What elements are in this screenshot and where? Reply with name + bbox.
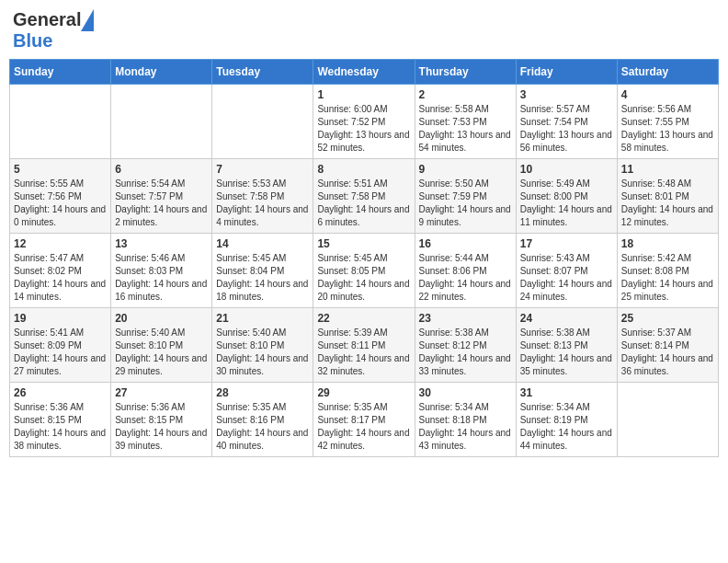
day-info: Sunrise: 5:45 AM Sunset: 8:05 PM Dayligh…: [317, 252, 410, 304]
day-info: Sunrise: 5:50 AM Sunset: 7:59 PM Dayligh…: [419, 178, 512, 229]
day-header-monday: Monday: [111, 60, 212, 85]
day-info: Sunrise: 5:55 AM Sunset: 7:56 PM Dayligh…: [14, 178, 107, 229]
calendar-table: SundayMondayTuesdayWednesdayThursdayFrid…: [9, 59, 719, 457]
day-info: Sunrise: 5:58 AM Sunset: 7:53 PM Dayligh…: [419, 103, 512, 155]
day-info: Sunrise: 5:42 AM Sunset: 8:08 PM Dayligh…: [621, 252, 714, 304]
day-info: Sunrise: 5:34 AM Sunset: 8:18 PM Dayligh…: [419, 401, 512, 453]
calendar-cell: [10, 85, 111, 159]
day-number: 14: [216, 237, 309, 250]
day-number: 17: [520, 237, 613, 250]
calendar-cell: 26Sunrise: 5:36 AM Sunset: 8:15 PM Dayli…: [10, 383, 111, 457]
calendar-cell: 10Sunrise: 5:49 AM Sunset: 8:00 PM Dayli…: [516, 159, 617, 234]
day-info: Sunrise: 5:47 AM Sunset: 8:02 PM Dayligh…: [14, 252, 107, 304]
day-number: 26: [14, 386, 107, 399]
day-number: 21: [216, 312, 309, 325]
day-header-sunday: Sunday: [10, 60, 111, 85]
calendar-cell: 8Sunrise: 5:51 AM Sunset: 7:58 PM Daylig…: [313, 159, 415, 234]
calendar-cell: 31Sunrise: 5:34 AM Sunset: 8:19 PM Dayli…: [516, 383, 617, 457]
day-info: Sunrise: 5:53 AM Sunset: 7:58 PM Dayligh…: [216, 178, 309, 229]
day-number: 27: [115, 386, 208, 399]
calendar-cell: 2Sunrise: 5:58 AM Sunset: 7:53 PM Daylig…: [415, 85, 516, 159]
calendar-cell: 23Sunrise: 5:38 AM Sunset: 8:12 PM Dayli…: [415, 308, 516, 383]
day-info: Sunrise: 5:37 AM Sunset: 8:14 PM Dayligh…: [621, 327, 714, 378]
day-info: Sunrise: 5:44 AM Sunset: 8:06 PM Dayligh…: [419, 252, 512, 304]
day-info: Sunrise: 5:57 AM Sunset: 7:54 PM Dayligh…: [520, 103, 613, 155]
day-number: 23: [419, 312, 512, 325]
day-header-tuesday: Tuesday: [212, 60, 313, 85]
day-info: Sunrise: 5:35 AM Sunset: 8:16 PM Dayligh…: [216, 401, 309, 453]
day-number: 16: [419, 237, 512, 250]
calendar-cell: 21Sunrise: 5:40 AM Sunset: 8:10 PM Dayli…: [212, 308, 313, 383]
day-info: Sunrise: 5:49 AM Sunset: 8:00 PM Dayligh…: [520, 178, 613, 229]
day-info: Sunrise: 5:45 AM Sunset: 8:04 PM Dayligh…: [216, 252, 309, 304]
day-number: 6: [115, 163, 208, 176]
day-info: Sunrise: 6:00 AM Sunset: 7:52 PM Dayligh…: [317, 103, 410, 155]
day-number: 2: [419, 88, 512, 101]
calendar-cell: 25Sunrise: 5:37 AM Sunset: 8:14 PM Dayli…: [617, 308, 718, 383]
day-number: 13: [115, 237, 208, 250]
day-header-wednesday: Wednesday: [313, 60, 415, 85]
day-number: 29: [317, 386, 410, 399]
day-info: Sunrise: 5:36 AM Sunset: 8:15 PM Dayligh…: [115, 401, 208, 453]
day-info: Sunrise: 5:51 AM Sunset: 7:58 PM Dayligh…: [317, 178, 410, 229]
calendar-cell: 28Sunrise: 5:35 AM Sunset: 8:16 PM Dayli…: [212, 383, 313, 457]
day-number: 15: [317, 237, 410, 250]
calendar-cell: 15Sunrise: 5:45 AM Sunset: 8:05 PM Dayli…: [313, 234, 415, 308]
day-number: 4: [621, 88, 714, 101]
calendar-cell: 3Sunrise: 5:57 AM Sunset: 7:54 PM Daylig…: [516, 85, 617, 159]
calendar-cell: 11Sunrise: 5:48 AM Sunset: 8:01 PM Dayli…: [617, 159, 718, 234]
day-header-friday: Friday: [516, 60, 617, 85]
calendar-cell: [212, 85, 313, 159]
day-number: 7: [216, 163, 309, 176]
day-info: Sunrise: 5:40 AM Sunset: 8:10 PM Dayligh…: [216, 327, 309, 378]
calendar-cell: [111, 85, 212, 159]
calendar-week-3: 12Sunrise: 5:47 AM Sunset: 8:02 PM Dayli…: [10, 234, 719, 308]
logo-blue: Blue: [13, 30, 52, 52]
day-info: Sunrise: 5:46 AM Sunset: 8:03 PM Dayligh…: [115, 252, 208, 304]
calendar-week-2: 5Sunrise: 5:55 AM Sunset: 7:56 PM Daylig…: [10, 159, 719, 234]
calendar-week-1: 1Sunrise: 6:00 AM Sunset: 7:52 PM Daylig…: [10, 85, 719, 159]
calendar-cell: 1Sunrise: 6:00 AM Sunset: 7:52 PM Daylig…: [313, 85, 415, 159]
calendar-cell: 30Sunrise: 5:34 AM Sunset: 8:18 PM Dayli…: [415, 383, 516, 457]
calendar-cell: 16Sunrise: 5:44 AM Sunset: 8:06 PM Dayli…: [415, 234, 516, 308]
calendar-week-4: 19Sunrise: 5:41 AM Sunset: 8:09 PM Dayli…: [10, 308, 719, 383]
day-number: 12: [14, 237, 107, 250]
day-number: 11: [621, 163, 714, 176]
day-number: 28: [216, 386, 309, 399]
day-info: Sunrise: 5:40 AM Sunset: 8:10 PM Dayligh…: [115, 327, 208, 378]
day-number: 20: [115, 312, 208, 325]
day-number: 8: [317, 163, 410, 176]
day-info: Sunrise: 5:43 AM Sunset: 8:07 PM Dayligh…: [520, 252, 613, 304]
calendar-cell: 4Sunrise: 5:56 AM Sunset: 7:55 PM Daylig…: [617, 85, 718, 159]
calendar-cell: 14Sunrise: 5:45 AM Sunset: 8:04 PM Dayli…: [212, 234, 313, 308]
calendar-week-5: 26Sunrise: 5:36 AM Sunset: 8:15 PM Dayli…: [10, 383, 719, 457]
page-header: General Blue: [9, 9, 719, 52]
calendar-cell: 12Sunrise: 5:47 AM Sunset: 8:02 PM Dayli…: [10, 234, 111, 308]
logo-general: General: [13, 9, 81, 29]
day-info: Sunrise: 5:36 AM Sunset: 8:15 PM Dayligh…: [14, 401, 107, 453]
day-info: Sunrise: 5:34 AM Sunset: 8:19 PM Dayligh…: [520, 401, 613, 453]
day-header-thursday: Thursday: [415, 60, 516, 85]
calendar-cell: 20Sunrise: 5:40 AM Sunset: 8:10 PM Dayli…: [111, 308, 212, 383]
day-number: 25: [621, 312, 714, 325]
calendar-cell: 27Sunrise: 5:36 AM Sunset: 8:15 PM Dayli…: [111, 383, 212, 457]
day-number: 1: [317, 88, 410, 101]
calendar-header: SundayMondayTuesdayWednesdayThursdayFrid…: [10, 60, 719, 85]
day-info: Sunrise: 5:41 AM Sunset: 8:09 PM Dayligh…: [14, 327, 107, 378]
day-number: 22: [317, 312, 410, 325]
logo: General Blue: [13, 9, 81, 52]
day-number: 9: [419, 163, 512, 176]
calendar-cell: 9Sunrise: 5:50 AM Sunset: 7:59 PM Daylig…: [415, 159, 516, 234]
day-info: Sunrise: 5:48 AM Sunset: 8:01 PM Dayligh…: [621, 178, 714, 229]
day-number: 5: [14, 163, 107, 176]
day-header-saturday: Saturday: [617, 60, 718, 85]
calendar-cell: 19Sunrise: 5:41 AM Sunset: 8:09 PM Dayli…: [10, 308, 111, 383]
day-info: Sunrise: 5:35 AM Sunset: 8:17 PM Dayligh…: [317, 401, 410, 453]
calendar-cell: [617, 383, 718, 457]
calendar-cell: 29Sunrise: 5:35 AM Sunset: 8:17 PM Dayli…: [313, 383, 415, 457]
day-number: 10: [520, 163, 613, 176]
day-number: 18: [621, 237, 714, 250]
day-info: Sunrise: 5:54 AM Sunset: 7:57 PM Dayligh…: [115, 178, 208, 229]
day-number: 19: [14, 312, 107, 325]
calendar-cell: 22Sunrise: 5:39 AM Sunset: 8:11 PM Dayli…: [313, 308, 415, 383]
